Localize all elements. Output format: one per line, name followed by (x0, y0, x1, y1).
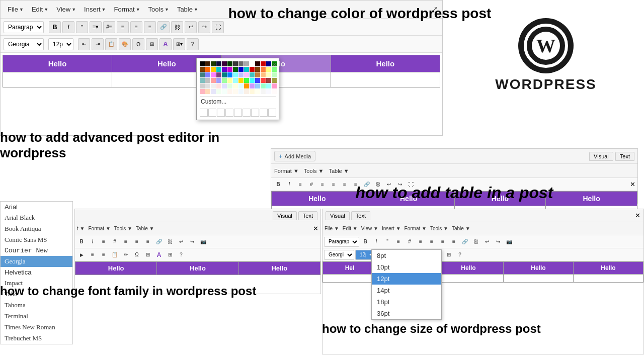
indent-btn[interactable]: ⇤ (78, 38, 90, 50)
e3-help[interactable]: ? (176, 250, 186, 260)
menu-file[interactable]: File ▼ (5, 5, 27, 14)
color-cell-69[interactable] (272, 83, 277, 88)
color-cell-70[interactable] (200, 89, 205, 94)
color-cell-17[interactable] (216, 67, 221, 72)
color-cell-81[interactable] (261, 89, 266, 94)
font-list-item[interactable]: Georgia (1, 256, 72, 267)
color-cell-58[interactable] (211, 83, 216, 88)
font-list-item[interactable]: Times New Roman (1, 322, 72, 333)
e4-ul[interactable]: ≡ (393, 237, 404, 247)
color-cell-19[interactable] (227, 67, 232, 72)
e4-close[interactable]: ✕ (635, 212, 640, 219)
custom-color-option[interactable]: Custom... (200, 96, 276, 107)
color-cell-33[interactable] (227, 72, 232, 77)
align-left[interactable]: ≡ (117, 21, 129, 33)
color-cell-7[interactable] (238, 61, 244, 66)
e4-link[interactable]: 🔗 (460, 237, 470, 247)
recent-color-8[interactable] (260, 109, 268, 117)
outdent-btn[interactable]: ⇥ (92, 38, 104, 50)
color-cell-36[interactable] (244, 72, 249, 77)
e4-tools[interactable]: Tools ▼ (430, 226, 448, 231)
color-cell-8[interactable] (244, 61, 249, 66)
e4-redo[interactable]: ↪ (493, 237, 503, 247)
e4-al[interactable]: ≡ (416, 237, 426, 247)
color-cell-79[interactable] (250, 89, 255, 94)
color-cell-66[interactable] (255, 83, 260, 88)
color-cell-6[interactable] (233, 61, 238, 66)
e3-text-tab[interactable]: Text (298, 211, 317, 220)
paragraph-select[interactable]: Paragraph (4, 21, 44, 33)
text-tab[interactable]: Text (615, 152, 634, 161)
color-cell-37[interactable] (250, 72, 255, 77)
e3-t8[interactable]: ⊞ (165, 250, 175, 260)
color-cell-57[interactable] (205, 83, 210, 88)
e4-file[interactable]: File ▼ (325, 226, 339, 231)
e4-quote[interactable]: " (382, 237, 392, 247)
color-cell-56[interactable] (200, 83, 205, 88)
e4-media[interactable]: 📷 (504, 237, 514, 247)
color-cell-25[interactable] (261, 67, 266, 72)
e2-menu-format[interactable]: Format ▼ (274, 168, 299, 174)
color-cell-1[interactable] (205, 61, 210, 66)
e3-table2[interactable]: Table ▼ (136, 226, 154, 231)
e3-media[interactable]: 📷 (198, 237, 208, 247)
e3-ar[interactable]: ≡ (143, 237, 153, 247)
color-cell-0[interactable] (200, 61, 205, 66)
e3-visual-tab[interactable]: Visual (273, 211, 297, 220)
paste-btn[interactable]: 📋 (105, 38, 117, 50)
redo-btn[interactable]: ↪ (198, 21, 210, 33)
e3-t4[interactable]: 📋 (110, 250, 120, 260)
color-cell-41[interactable] (272, 72, 277, 77)
e3-undo[interactable]: ↩ (176, 237, 186, 247)
e3-bold[interactable]: B (76, 237, 87, 247)
e3-italic[interactable]: I (88, 237, 98, 247)
color-cell-26[interactable] (266, 67, 271, 72)
bold-btn[interactable]: B (49, 21, 61, 33)
color-cell-11[interactable] (261, 61, 266, 66)
color-cell-83[interactable] (272, 89, 277, 94)
color-cell-65[interactable] (250, 83, 255, 88)
e3-redo[interactable]: ↪ (187, 237, 197, 247)
font-list-item[interactable]: Book Antiqua (1, 223, 72, 234)
color-cell-77[interactable] (238, 89, 244, 94)
e3-link[interactable]: 🔗 (154, 237, 164, 247)
color-cell-52[interactable] (255, 78, 260, 83)
size-option-8pt[interactable]: 8pt (372, 250, 441, 261)
e4-visual-tab[interactable]: Visual (326, 211, 350, 220)
font-list-item[interactable]: Arial Black (1, 212, 72, 223)
table-btn[interactable]: ⊞ (146, 38, 158, 50)
ol-btn[interactable]: #≡ (103, 21, 115, 33)
e4-ol[interactable]: # (405, 237, 415, 247)
color-cell-64[interactable] (244, 83, 249, 88)
color-cell-15[interactable] (205, 67, 210, 72)
recent-color-9[interactable] (268, 109, 276, 117)
color-cell-39[interactable] (261, 72, 266, 77)
color-cell-42[interactable] (200, 78, 205, 83)
size-select[interactable]: 12pt (48, 38, 73, 50)
color-cell-68[interactable] (266, 83, 271, 88)
color-cell-43[interactable] (205, 78, 210, 83)
e3-ol[interactable]: # (110, 237, 120, 247)
font-list-item[interactable]: Courier New (1, 245, 72, 256)
color-cell-80[interactable] (255, 89, 260, 94)
e4-t6[interactable]: ⊞ (444, 250, 454, 260)
e4-paragraph[interactable]: Paragraph (324, 237, 359, 247)
color-cell-35[interactable] (238, 72, 244, 77)
color-cell-44[interactable] (211, 78, 216, 83)
e3-al[interactable]: ≡ (121, 237, 131, 247)
font-color-btn[interactable]: A (159, 38, 172, 50)
e3-t3[interactable]: ≡ (99, 250, 109, 260)
help-btn[interactable]: ? (187, 38, 199, 50)
font-list-item[interactable]: Tahoma (1, 300, 72, 311)
color-cell-67[interactable] (261, 83, 266, 88)
e4-unlink[interactable]: ⛓ (471, 237, 481, 247)
color-cell-73[interactable] (216, 89, 221, 94)
size-option-12pt[interactable]: 12pt (372, 273, 441, 285)
quote-btn[interactable]: " (76, 21, 88, 33)
font-select[interactable]: Georgia (4, 38, 44, 50)
e3-t1[interactable]: ▶ (76, 250, 87, 260)
e2-menu-tools[interactable]: Tools ▼ (304, 168, 324, 174)
e4-aj[interactable]: ≡ (449, 237, 459, 247)
e3-table[interactable]: Tools ▼ (114, 226, 132, 231)
color-cell-12[interactable] (266, 61, 271, 66)
